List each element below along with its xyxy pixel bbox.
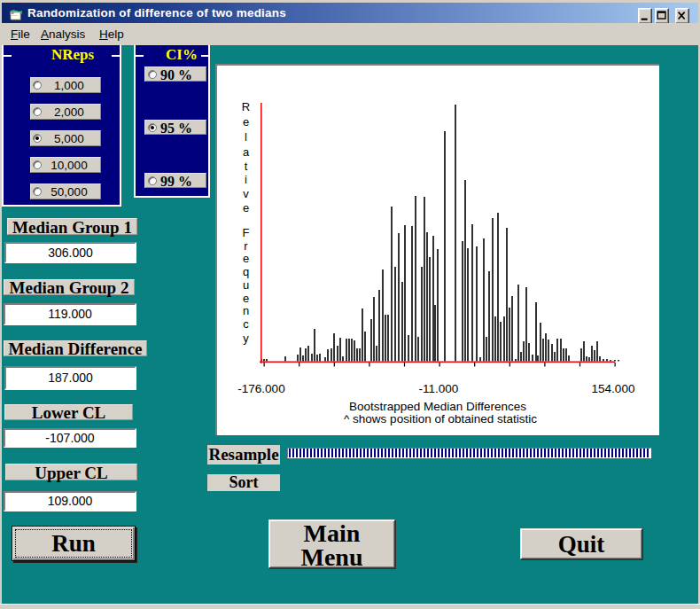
svg-text:r: r (244, 239, 248, 253)
svg-text:y: y (243, 332, 249, 345)
svg-text:-176.000: -176.000 (237, 382, 284, 395)
svg-text:c: c (243, 317, 249, 331)
svg-text:154.000: 154.000 (592, 382, 635, 395)
svg-text:Bootstrapped Median Difference: Bootstrapped Median Differences (349, 400, 526, 413)
svg-text:e: e (243, 115, 249, 129)
svg-text:a: a (243, 145, 250, 159)
svg-text:e: e (243, 292, 249, 305)
svg-text:R: R (242, 100, 250, 113)
svg-text:^ shows position of obtained s: ^ shows position of obtained statistic (344, 412, 537, 426)
svg-text:e: e (243, 252, 249, 265)
svg-text:-11.000: -11.000 (419, 382, 459, 395)
svg-text:u: u (243, 278, 249, 292)
svg-text:v: v (243, 187, 249, 200)
svg-text:n: n (243, 304, 249, 317)
svg-text:q: q (243, 265, 249, 278)
svg-text:i: i (245, 173, 247, 186)
svg-text:e: e (243, 201, 249, 215)
svg-text:t: t (245, 160, 248, 173)
svg-text:F: F (243, 226, 250, 239)
svg-text:l: l (245, 130, 247, 144)
